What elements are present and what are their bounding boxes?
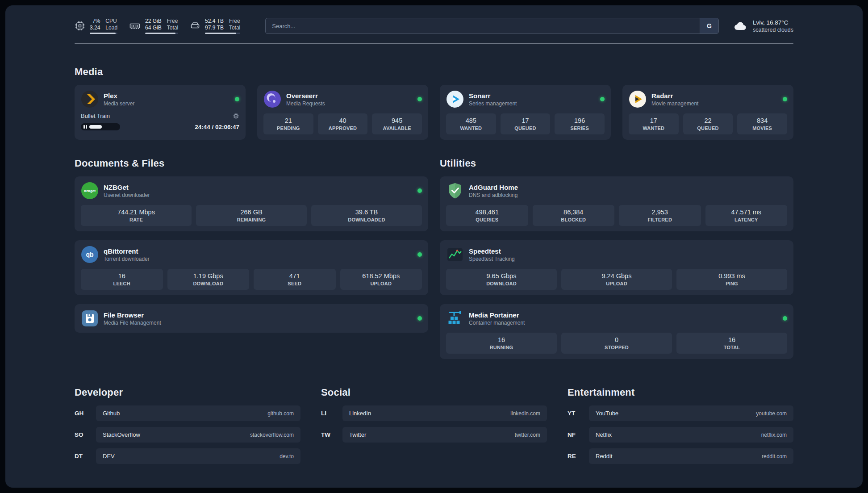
- filebrowser-card[interactable]: File Browser Media File Management: [75, 304, 428, 333]
- portainer-card[interactable]: Media Portainer Container management 16 …: [440, 304, 793, 359]
- stat-label: WANTED: [447, 125, 495, 131]
- cpu-load-value: 3.24: [90, 25, 100, 31]
- bookmark-stackoverflow[interactable]: StackOverflow stackoverflow.com: [96, 427, 300, 443]
- stat-label: MOVIES: [738, 125, 786, 131]
- stat-value: 196: [555, 117, 604, 124]
- status-dot: [417, 316, 422, 321]
- cpu-label: CPU: [105, 18, 117, 24]
- section-social: Social LI LinkedIn linkedin.com TW Twitt…: [321, 387, 547, 464]
- stat-label: QUEUED: [684, 125, 732, 131]
- app-name: AdGuard Home: [469, 184, 518, 191]
- bookmark-row: GH Github github.com: [75, 405, 300, 421]
- app-name: File Browser: [104, 311, 161, 319]
- stat-value: 16: [677, 336, 786, 343]
- bookmark-abbr: NF: [568, 431, 589, 438]
- app-subtitle: Media Requests: [286, 100, 325, 107]
- section-title-entertainment: Entertainment: [568, 387, 793, 398]
- stat-value: 86,384: [534, 209, 614, 216]
- stat-tile: 17 QUEUED: [501, 113, 551, 134]
- bookmark-name: StackOverflow: [103, 431, 140, 438]
- svg-text:nzbget: nzbget: [84, 189, 96, 193]
- memory-widget: 22 GiB 64 GiB Free Total: [129, 18, 178, 34]
- stat-label: QUERIES: [447, 217, 527, 222]
- weather-widget[interactable]: Lviv, 16.87°C scattered clouds: [732, 19, 793, 33]
- bookmark-dev[interactable]: DEV dev.to: [96, 448, 300, 464]
- stat-label: BLOCKED: [534, 217, 614, 222]
- stat-tile: 22 QUEUED: [683, 113, 733, 134]
- stat-tile: 17 WANTED: [629, 113, 679, 134]
- bookmark-github[interactable]: Github github.com: [96, 405, 300, 421]
- radarr-card[interactable]: Radarr Movie management 17 WANTED 22 QUE…: [622, 85, 793, 140]
- app-subtitle: Speedtest Tracking: [469, 256, 515, 262]
- progress-fill: [89, 125, 102, 129]
- stat-label: APPROVED: [319, 125, 367, 131]
- dashboard: 7% 3.24 CPU Load: [5, 5, 863, 488]
- nzbget-card[interactable]: nzbget NZBGet Usenet downloader 74: [75, 176, 428, 231]
- section-utilities: Utilities: [440, 158, 793, 359]
- playback-progress-bar[interactable]: [81, 123, 120, 130]
- bookmark-row: NF Netflix netflix.com: [568, 427, 793, 443]
- stat-tile: 834 MOVIES: [737, 113, 787, 134]
- stat-tile: 16 LEECH: [81, 269, 163, 290]
- bookmark-row: RE Reddit reddit.com: [568, 448, 793, 464]
- app-subtitle: DNS and adblocking: [469, 192, 518, 198]
- stat-tile: 0 STOPPED: [561, 333, 672, 354]
- speedtest-card[interactable]: Speedtest Speedtest Tracking 9.65 Gbps D…: [440, 240, 793, 295]
- stat-value: 485: [447, 117, 495, 124]
- stat-value: 22: [684, 117, 732, 124]
- stat-tile: 2,953 FILTERED: [619, 205, 701, 226]
- stat-label: SERIES: [555, 125, 604, 131]
- status-dot: [783, 316, 787, 321]
- memory-icon: [129, 21, 141, 31]
- stat-tile: 498,461 QUERIES: [446, 205, 528, 226]
- disk-total-label: Total: [229, 25, 240, 31]
- pause-icon[interactable]: [83, 125, 87, 129]
- gear-icon[interactable]: [233, 113, 239, 119]
- app-name: Speedtest: [469, 247, 515, 255]
- bookmark-name: Reddit: [596, 453, 613, 460]
- search-engine-button[interactable]: G: [700, 18, 718, 33]
- portainer-icon: [446, 309, 464, 327]
- plex-icon: [81, 90, 99, 108]
- bookmark-abbr: SO: [75, 431, 96, 438]
- bookmark-youtube[interactable]: YouTube youtube.com: [589, 405, 793, 421]
- bookmark-twitter[interactable]: Twitter twitter.com: [342, 427, 547, 443]
- bookmark-row: SO StackOverflow stackoverflow.com: [75, 427, 300, 443]
- ram-total-value: 64 GiB: [145, 25, 162, 31]
- bookmark-reddit[interactable]: Reddit reddit.com: [589, 448, 793, 464]
- stat-value: 834: [738, 117, 786, 124]
- stat-tile: 21 PENDING: [263, 113, 313, 134]
- stat-value: 47.571 ms: [706, 209, 787, 216]
- stat-label: WANTED: [630, 125, 678, 131]
- app-name: Overseerr: [286, 92, 325, 100]
- stat-tile: 16 RUNNING: [446, 333, 557, 354]
- plex-card[interactable]: Plex Media server Bullet Train: [75, 85, 246, 140]
- adguard-card[interactable]: AdGuard Home DNS and adblocking 498,461 …: [440, 176, 793, 231]
- sonarr-card[interactable]: Sonarr Series management 485 WANTED 17 Q…: [440, 85, 611, 140]
- stat-tile: 1.19 Gbps DOWNLOAD: [167, 269, 250, 290]
- stat-value: 17: [501, 117, 550, 124]
- stat-label: RUNNING: [447, 345, 556, 350]
- stat-tile: 0.993 ms PING: [676, 269, 787, 290]
- overseerr-card[interactable]: Overseerr Media Requests 21 PENDING 40 A…: [257, 85, 428, 140]
- search-input[interactable]: [265, 18, 719, 34]
- stat-tile: 39.6 TB DOWNLOADED: [311, 205, 422, 226]
- top-bar: 7% 3.24 CPU Load: [75, 18, 793, 34]
- bookmark-netflix[interactable]: Netflix netflix.com: [589, 427, 793, 443]
- stat-value: 0: [562, 336, 671, 343]
- disk-free-value: 52.4 TB: [205, 18, 224, 24]
- bookmark-linkedin[interactable]: LinkedIn linkedin.com: [342, 405, 547, 421]
- bookmark-url: linkedin.com: [510, 410, 540, 417]
- nzbget-icon: nzbget: [81, 182, 99, 200]
- stat-tile: 618.52 Mbps UPLOAD: [340, 269, 422, 290]
- ram-free-value: 22 GiB: [145, 18, 162, 24]
- ram-free-label: Free: [167, 18, 178, 24]
- stat-label: DOWNLOADED: [312, 217, 421, 222]
- qbittorrent-card[interactable]: qb qBittorrent Torrent downloader: [75, 240, 428, 295]
- stat-label: UPLOAD: [562, 281, 671, 286]
- stat-tile: 16 TOTAL: [676, 333, 787, 354]
- stat-value: 9.24 Gbps: [562, 272, 671, 280]
- bookmark-row: TW Twitter twitter.com: [321, 427, 547, 443]
- status-dot: [417, 188, 422, 193]
- stat-value: 744.21 Mbps: [82, 209, 191, 216]
